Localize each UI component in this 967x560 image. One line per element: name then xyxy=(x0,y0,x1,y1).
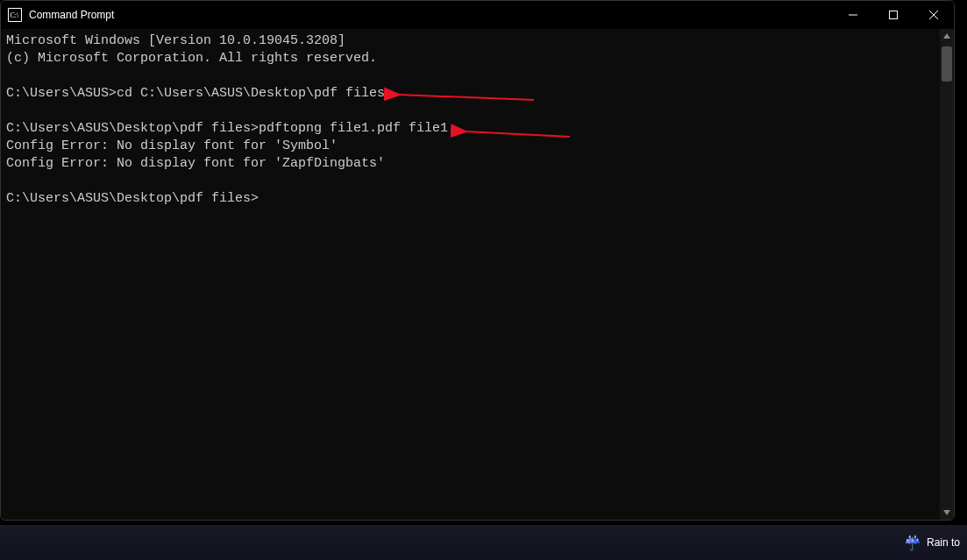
scrollbar[interactable] xyxy=(940,29,954,520)
terminal-line xyxy=(6,103,935,120)
titlebar[interactable]: C:\ Command Prompt xyxy=(1,1,954,29)
terminal-line: Microsoft Windows [Version 10.0.19045.32… xyxy=(6,32,935,50)
weather-text: Rain to xyxy=(927,536,960,549)
scroll-down-icon[interactable] xyxy=(940,506,954,520)
terminal-line: Config Error: No display font for 'Symbo… xyxy=(6,138,935,155)
umbrella-icon: ☔ xyxy=(904,535,921,551)
terminal-line: Config Error: No display font for 'ZapfD… xyxy=(6,155,935,173)
terminal-line: C:\Users\ASUS\Desktop\pdf files> xyxy=(6,190,935,208)
cmd-icon: C:\ xyxy=(8,8,22,22)
maximize-button[interactable] xyxy=(873,1,914,29)
weather-widget[interactable]: ☔ Rain to xyxy=(904,535,960,551)
terminal-line: C:\Users\ASUS\Desktop\pdf files>pdftopng… xyxy=(6,120,935,138)
scroll-thumb[interactable] xyxy=(942,46,952,82)
terminal-line: C:\Users\ASUS>cd C:\Users\ASUS\Desktop\p… xyxy=(6,85,935,103)
window-controls xyxy=(833,1,954,29)
scroll-up-icon[interactable] xyxy=(940,29,954,43)
svg-text:C:\: C:\ xyxy=(11,11,20,19)
window-title: Command Prompt xyxy=(29,9,114,21)
close-button[interactable] xyxy=(914,1,954,29)
terminal-line xyxy=(6,173,935,190)
command-prompt-window: C:\ Command Prompt Microsoft Windows [Ve… xyxy=(0,0,955,521)
minimize-button[interactable] xyxy=(833,1,873,29)
taskbar[interactable]: ☔ Rain to xyxy=(0,525,967,560)
terminal-area[interactable]: Microsoft Windows [Version 10.0.19045.32… xyxy=(1,29,954,520)
svg-rect-4 xyxy=(890,11,898,19)
terminal-line xyxy=(6,67,935,85)
terminal-output: Microsoft Windows [Version 10.0.19045.32… xyxy=(1,29,940,211)
terminal-line: (c) Microsoft Corporation. All rights re… xyxy=(6,50,935,67)
